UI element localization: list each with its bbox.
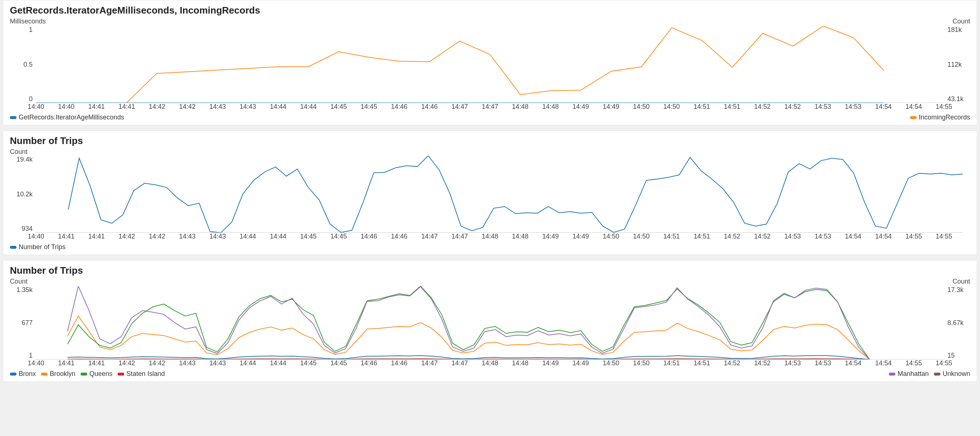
y-ticks-right: 181k 112k 43.1k: [945, 26, 970, 103]
plot-area[interactable]: [35, 26, 945, 103]
y-ticks-left: 1.35k 677 1: [10, 286, 35, 360]
chart-panel-trips: Number of Trips Count 19.4k 10.2k 934 14…: [3, 130, 977, 255]
chart-panel-iterator-incoming: GetRecords.IteratorAgeMilliseconds, Inco…: [3, 0, 977, 125]
x-ticks: 14:4014:4014:4114:4114:4214:4214:4314:43…: [21, 103, 959, 111]
legend-row: Number of Trips: [10, 243, 970, 251]
legend-item[interactable]: Bronx: [10, 370, 36, 378]
legend-item[interactable]: Number of Trips: [10, 243, 65, 251]
plot-area[interactable]: [35, 286, 945, 360]
y-ticks-left: 1 0.5 0: [10, 26, 35, 103]
y-ticks-left: 19.4k 10.2k 934: [10, 156, 35, 233]
panel-title: Number of Trips: [10, 265, 970, 276]
legend-item[interactable]: Manhattan: [889, 370, 929, 378]
panel-title: Number of Trips: [10, 135, 970, 146]
legend-row: BronxBrooklynQueensStaten Island Manhatt…: [10, 370, 970, 378]
legend-item[interactable]: GetRecords.IteratorAgeMilliseconds: [10, 114, 124, 121]
legend-item[interactable]: Brooklyn: [41, 370, 75, 378]
x-ticks: 14:4014:4114:4114:4214:4214:4314:4314:44…: [21, 360, 959, 367]
legend-item[interactable]: IncomingRecords: [910, 114, 970, 121]
legend-item[interactable]: Queens: [81, 370, 113, 378]
plot-area[interactable]: [35, 156, 963, 233]
legend-item[interactable]: Staten Island: [118, 370, 165, 378]
legend-item[interactable]: Unknown: [934, 370, 970, 378]
right-axis-label: Count: [953, 278, 970, 285]
y-ticks-right: 17.3k 8.67k 15: [945, 286, 970, 360]
left-axis-label: Count: [10, 148, 970, 156]
panel-title: GetRecords.IteratorAgeMilliseconds, Inco…: [10, 5, 970, 16]
left-axis-label: Count: [10, 278, 27, 285]
chart-panel-trips-boroughs: Number of Trips Count Count 1.35k 677 1 …: [3, 260, 977, 382]
left-axis-label: Milliseconds: [10, 18, 46, 25]
x-ticks: 14:4014:4114:4114:4214:4214:4314:4314:44…: [21, 233, 959, 240]
legend-row: GetRecords.IteratorAgeMilliseconds Incom…: [10, 114, 970, 121]
right-axis-label: Count: [953, 18, 970, 25]
